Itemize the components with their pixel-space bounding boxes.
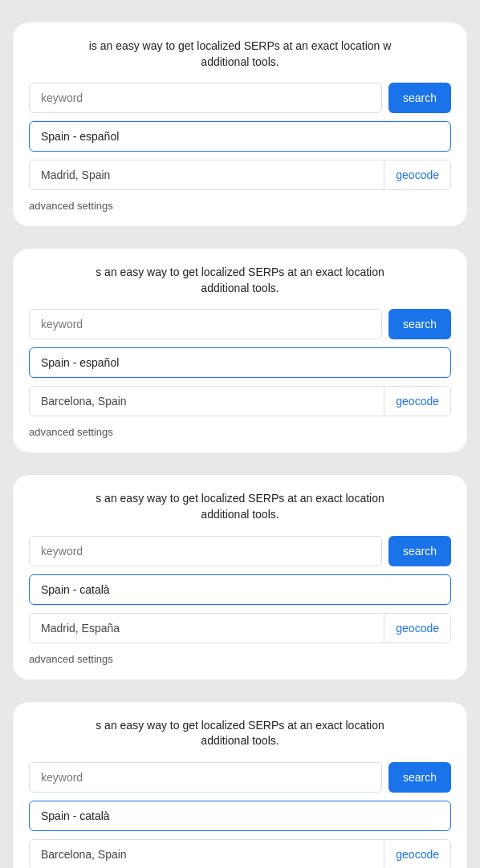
- advanced-settings-link-1[interactable]: advanced settings: [29, 198, 113, 213]
- advanced-settings-link-3[interactable]: advanced settings: [29, 651, 113, 667]
- location-row-4: Barcelona, Spain geocode: [29, 839, 451, 868]
- card-1: is an easy way to get localized SERPs at…: [13, 22, 467, 226]
- geocode-button-3[interactable]: geocode: [384, 614, 450, 643]
- card-wrapper-1: is an easy way to get localized SERPs at…: [0, 16, 480, 242]
- card-description-4: s an easy way to get localized SERPs at …: [29, 718, 451, 749]
- search-button-1[interactable]: search: [388, 83, 451, 113]
- location-text-1: Madrid, Spain: [30, 160, 384, 189]
- card-wrapper-2: s an easy way to get localized SERPs at …: [0, 242, 480, 468]
- location-text-3: Madrid, España: [30, 614, 384, 643]
- card-2: s an easy way to get localized SERPs at …: [13, 249, 467, 452]
- geocode-button-2[interactable]: geocode: [384, 387, 450, 416]
- geocode-button-4[interactable]: geocode: [384, 840, 450, 868]
- search-button-3[interactable]: search: [388, 536, 451, 566]
- search-row-2: search: [29, 309, 451, 339]
- search-row-3: search: [29, 536, 451, 566]
- location-row-2: Barcelona, Spain geocode: [29, 386, 451, 416]
- geocode-button-1[interactable]: geocode: [384, 160, 450, 189]
- language-input-3[interactable]: [29, 574, 451, 605]
- search-button-4[interactable]: search: [388, 762, 451, 793]
- search-row-4: search: [29, 762, 451, 793]
- card-description-1: is an easy way to get localized SERPs at…: [29, 39, 451, 70]
- location-row-1: Madrid, Spain geocode: [29, 160, 451, 190]
- advanced-settings-link-2[interactable]: advanced settings: [29, 424, 113, 440]
- language-input-1[interactable]: [29, 121, 451, 152]
- keyword-input-1[interactable]: [29, 83, 382, 113]
- card-wrapper-3: s an easy way to get localized SERPs at …: [0, 468, 480, 695]
- keyword-input-2[interactable]: [29, 309, 382, 339]
- search-row-1: search: [29, 83, 451, 113]
- location-text-2: Barcelona, Spain: [30, 387, 384, 416]
- location-row-3: Madrid, España geocode: [29, 613, 451, 643]
- card-description-2: s an easy way to get localized SERPs at …: [29, 265, 451, 296]
- card-wrapper-4: s an easy way to get localized SERPs at …: [0, 696, 480, 868]
- language-input-4[interactable]: [29, 801, 451, 831]
- card-4: s an easy way to get localized SERPs at …: [13, 702, 467, 868]
- search-button-2[interactable]: search: [388, 309, 451, 339]
- language-input-2[interactable]: [29, 347, 451, 378]
- keyword-input-4[interactable]: [29, 762, 382, 793]
- location-text-4: Barcelona, Spain: [30, 840, 384, 868]
- keyword-input-3[interactable]: [29, 536, 382, 566]
- card-description-3: s an easy way to get localized SERPs at …: [29, 491, 451, 522]
- card-3: s an easy way to get localized SERPs at …: [13, 475, 467, 679]
